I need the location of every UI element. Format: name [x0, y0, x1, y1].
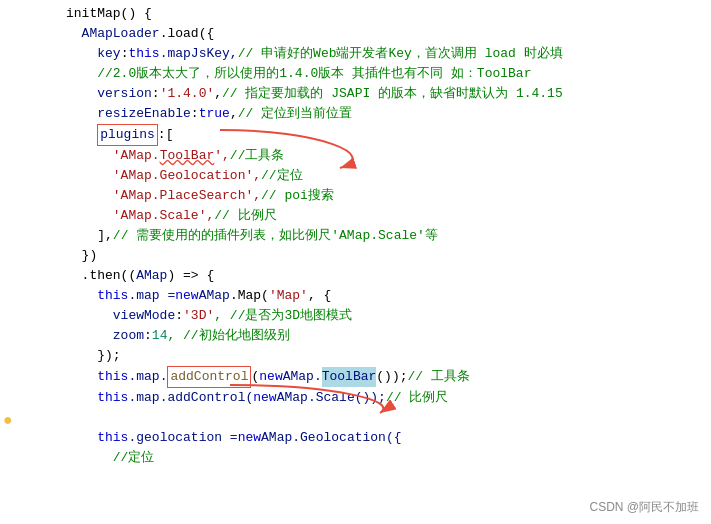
code-line: key: this.mapJsKey, // 申请好的Web端开发者Key，首次… — [30, 44, 711, 64]
code-line: zoom: 14, //初始化地图级别 — [30, 326, 711, 346]
code-line: viewMode: '3D', //是否为3D地图模式 — [30, 306, 711, 326]
code-line: this.map.addControl(new AMap.ToolBar());… — [30, 366, 711, 388]
bullet-indicator: ● — [3, 412, 13, 430]
code-line: 'AMap.Scale', // 比例尺 — [30, 206, 711, 226]
code-line: this.map = new AMap.Map('Map', { — [30, 286, 711, 306]
code-line: .then((AMap) => { — [30, 266, 711, 286]
code-content: initMap() { AMapLoader.load({ key: this.… — [0, 0, 711, 472]
code-line: resizeEnable: true, // 定位到当前位置 — [30, 104, 711, 124]
code-line: AMapLoader.load({ — [30, 24, 711, 44]
code-line: //2.0版本太大了，所以使用的1.4.0版本 其插件也有不同 如：ToolBa… — [30, 64, 711, 84]
code-line: //定位 — [30, 448, 711, 468]
code-line: }); — [30, 346, 711, 366]
code-line: }) — [30, 246, 711, 266]
code-line: plugins:[ — [30, 124, 711, 146]
code-line: 'AMap.Geolocation', //定位 — [30, 166, 711, 186]
code-line: version: '1.4.0', // 指定要加载的 JSAPI 的版本，缺省… — [30, 84, 711, 104]
code-line: 'AMap.ToolBar', //工具条 — [30, 146, 711, 166]
code-editor: initMap() { AMapLoader.load({ key: this.… — [0, 0, 711, 524]
code-line: initMap() { — [30, 4, 711, 24]
code-line: this.map.addControl(new AMap.Scale()); /… — [30, 388, 711, 408]
code-line: ], // 需要使用的的插件列表，如比例尺'AMap.Scale'等 — [30, 226, 711, 246]
code-line: 'AMap.PlaceSearch', // poi搜索 — [30, 186, 711, 206]
code-line — [30, 408, 711, 428]
code-line: this.geolocation = new AMap.Geolocation(… — [30, 428, 711, 448]
watermark: CSDN @阿民不加班 — [589, 499, 699, 516]
